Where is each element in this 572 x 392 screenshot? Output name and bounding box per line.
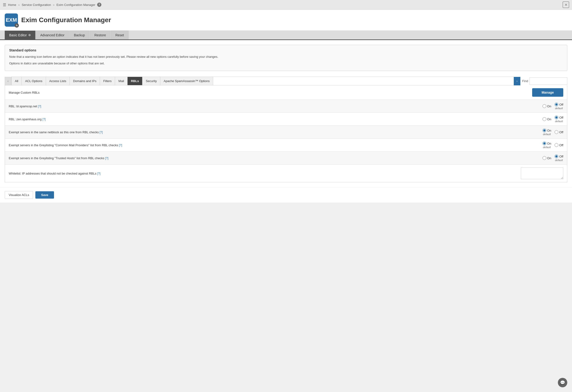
- rbl-spamcop-off-label: Off: [559, 103, 563, 106]
- option-row-rbl-spamcop: RBL: bl.spamcop.net [?] On Off: [5, 100, 567, 113]
- rbl-spamhaus-off-radio[interactable]: [555, 115, 558, 119]
- close-button[interactable]: ✕: [563, 1, 569, 8]
- icon-text: EXM: [6, 17, 17, 23]
- standard-options-title: Standard options: [9, 48, 563, 52]
- rbl-spamcop-controls: On Off default: [516, 103, 563, 110]
- nav-arrow-left[interactable]: ‹: [5, 77, 11, 85]
- exempt-netblock-off-label: Off: [559, 131, 563, 134]
- backup-label: Backup: [74, 33, 85, 37]
- exempt-greylisting-trusted-off-radio[interactable]: [555, 154, 558, 158]
- tab-domains-and-ips[interactable]: Domains and IPs: [70, 77, 100, 85]
- exempt-greylisting-trusted-label: Exempt servers in the Greylisting "Trust…: [9, 156, 516, 160]
- rbl-spamhaus-radio-group: On Off default: [542, 115, 563, 123]
- reset-label: Reset: [115, 33, 124, 37]
- rbl-spamhaus-off-label: Off: [559, 116, 563, 119]
- option-row-manage-custom-rbls: Manage Custom RBLs Manage: [5, 85, 567, 100]
- exempt-netblock-on-radio[interactable]: [542, 129, 546, 132]
- exempt-greylisting-trusted-on-label: On: [547, 156, 551, 160]
- option-row-whitelist-ip: Whitelist: IP addresses that should not …: [5, 165, 567, 182]
- option-row-exempt-netblock: Exempt servers in the same netblock as t…: [5, 126, 567, 139]
- find-input[interactable]: [530, 77, 567, 85]
- whitelist-ip-help[interactable]: [?]: [97, 172, 100, 175]
- manage-button[interactable]: Manage: [532, 88, 563, 97]
- visualize-acls-button[interactable]: Visualize ACLs: [5, 191, 33, 199]
- rbl-spamcop-on-radio[interactable]: [542, 104, 546, 108]
- breadcrumb-service-config[interactable]: Service Configuration: [22, 3, 51, 7]
- section-tabs-wrapper: ‹ All ACL Options Access Lists Domains a…: [5, 77, 567, 85]
- tab-backup[interactable]: Backup: [69, 31, 89, 39]
- exempt-netblock-help[interactable]: [?]: [99, 131, 103, 134]
- breadcrumb-sep-1: »: [18, 3, 20, 7]
- exempt-greylisting-common-on-radio[interactable]: [542, 142, 546, 145]
- exempt-greylisting-trusted-on-option: On: [542, 156, 551, 160]
- exempt-greylisting-trusted-controls: On Off default: [516, 154, 563, 162]
- rbl-spamcop-default: default: [555, 107, 563, 110]
- exempt-netblock-on-option: On default: [542, 129, 551, 136]
- menu-icon[interactable]: ☰: [3, 3, 6, 7]
- exempt-greylisting-trusted-help[interactable]: [?]: [105, 157, 108, 160]
- rbl-spamcop-on-label: On: [547, 104, 551, 108]
- tab-basic-editor[interactable]: Basic Editor ⚙: [5, 31, 35, 39]
- find-area: Find: [520, 77, 567, 85]
- basic-editor-label: Basic Editor: [9, 33, 27, 37]
- rbl-spamcop-help[interactable]: [?]: [38, 105, 41, 108]
- exempt-greylisting-trusted-on-radio[interactable]: [542, 156, 546, 160]
- bottom-actions: Visualize ACLs Save: [0, 187, 572, 203]
- rbl-spamcop-label: RBL: bl.spamcop.net [?]: [9, 104, 516, 108]
- tab-access-lists[interactable]: Access Lists: [46, 77, 70, 85]
- tab-restore[interactable]: Restore: [90, 31, 110, 39]
- manage-custom-rbls-controls: Manage: [516, 88, 563, 97]
- breadcrumb-home[interactable]: Home: [8, 3, 16, 7]
- rbl-spamcop-off-radio[interactable]: [555, 103, 558, 106]
- tab-reset[interactable]: Reset: [111, 31, 128, 39]
- manage-custom-rbls-label: Manage Custom RBLs: [9, 91, 516, 94]
- find-label: Find: [522, 79, 528, 83]
- tab-advanced-editor[interactable]: Advanced Editor: [36, 31, 69, 39]
- rbl-spamhaus-help[interactable]: [?]: [42, 118, 46, 121]
- nav-arrow-right[interactable]: ›: [514, 77, 520, 85]
- save-button[interactable]: Save: [35, 191, 54, 199]
- tab-filters[interactable]: Filters: [100, 77, 115, 85]
- exempt-greylisting-common-off-option: Off: [555, 143, 563, 147]
- page-header: EXM ↻ Exim Configuration Manager: [0, 10, 572, 31]
- rbl-spamhaus-on-radio[interactable]: [542, 117, 546, 121]
- standard-options-line2: Options in italics are unavailable becau…: [9, 61, 563, 66]
- option-row-exempt-greylisting-trusted: Exempt servers in the Greylisting "Trust…: [5, 152, 567, 165]
- whitelist-ip-label: Whitelist: IP addresses that should not …: [9, 172, 516, 175]
- exempt-greylisting-trusted-off-label: Off: [559, 155, 563, 158]
- rbl-spamcop-on-option: On: [542, 104, 551, 108]
- option-row-rbl-spamhaus: RBL: zen.spamhaus.org [?] On Off: [5, 113, 567, 126]
- sub-icon: ↻: [15, 23, 19, 28]
- exempt-greylisting-common-help[interactable]: [?]: [119, 144, 122, 147]
- rbl-spamhaus-label: RBL: zen.spamhaus.org [?]: [9, 117, 516, 121]
- tab-rbls[interactable]: RBLs: [127, 77, 143, 85]
- rbl-spamcop-radio-group: On Off default: [542, 103, 563, 110]
- rbl-spamhaus-on-option: On: [542, 117, 551, 121]
- tab-all[interactable]: All: [12, 77, 22, 85]
- rbl-spamhaus-on-label: On: [547, 117, 551, 121]
- exempt-greylisting-common-off-radio[interactable]: [555, 143, 558, 147]
- tab-security[interactable]: Security: [143, 77, 160, 85]
- tab-acl-options[interactable]: ACL Options: [22, 77, 46, 85]
- exempt-greylisting-trusted-off-option: Off default: [555, 154, 563, 162]
- whitelist-ip-controls: [516, 167, 563, 179]
- option-row-exempt-greylisting-common: Exempt servers in the Greylisting "Commo…: [5, 139, 567, 152]
- options-table: Manage Custom RBLs Manage RBL: bl.spamco…: [5, 85, 567, 182]
- help-icon[interactable]: ?: [97, 3, 101, 7]
- tab-mail[interactable]: Mail: [115, 77, 127, 85]
- exempt-greylisting-common-on-option: On default: [542, 142, 551, 148]
- whitelist-ip-textarea[interactable]: [521, 167, 563, 179]
- page-title: Exim Configuration Manager: [21, 16, 111, 24]
- standard-options-box: Standard options Note that a warning ico…: [5, 45, 567, 71]
- exempt-greylisting-trusted-radio-group: On Off default: [542, 154, 563, 162]
- standard-options-line1: Note that a warning icon before an optio…: [9, 54, 563, 59]
- exempt-netblock-off-radio[interactable]: [555, 130, 558, 134]
- app-icon: EXM ↻: [5, 14, 18, 27]
- breadcrumb-current: Exim Configuration Manager: [56, 3, 95, 7]
- exempt-greylisting-common-off-label: Off: [559, 143, 563, 147]
- tab-spamassassin[interactable]: Apache SpamAssassin™ Options: [160, 77, 213, 85]
- exempt-greylisting-trusted-default: default: [555, 159, 563, 162]
- topbar: ☰ Home » Service Configuration » Exim Co…: [0, 0, 572, 10]
- exempt-netblock-label: Exempt servers in the same netblock as t…: [9, 131, 516, 134]
- rbl-spamcop-off-option: Off default: [555, 103, 563, 110]
